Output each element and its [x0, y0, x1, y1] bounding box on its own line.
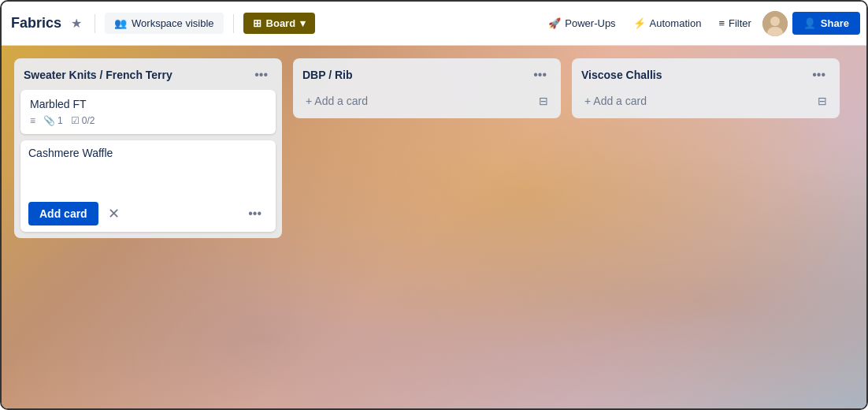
card-marbled-ft[interactable]: Marbled FT ≡ 📎 1 ☑ 0/2	[20, 90, 276, 134]
column-title-1: Sweater Knits / French Terry	[24, 69, 172, 81]
column-content-1: Marbled FT ≡ 📎 1 ☑ 0/2	[14, 90, 282, 238]
filter-button[interactable]: ≡ Filter	[712, 13, 757, 34]
template-icon-2: ⊟	[539, 95, 548, 107]
power-ups-button[interactable]: 🚀 Power-Ups	[542, 13, 621, 34]
checklist-value: 0/2	[82, 115, 95, 126]
add-card-label-2: + Add a card	[306, 95, 368, 107]
card-checklist: ☑ 0/2	[71, 115, 95, 126]
column-menu-button-2[interactable]: •••	[529, 66, 551, 84]
user-avatar[interactable]	[762, 11, 788, 36]
automation-label: Automation	[650, 17, 702, 29]
column-content-3: + Add a card ⊟	[572, 90, 840, 118]
svg-point-1	[770, 17, 780, 26]
nav-right: 🚀 Power-Ups ⚡ Automation ≡ Filter	[542, 11, 860, 36]
card-attachment: 📎 1	[43, 115, 63, 126]
board-view-button[interactable]: ⊞ Board ▾	[243, 13, 316, 34]
board-columns: Sweater Knits / French Terry ••• Marbled…	[2, 46, 868, 410]
add-card-more-button[interactable]: •••	[242, 203, 268, 224]
column-menu-button-1[interactable]: •••	[250, 66, 273, 84]
board-area: Sweater Knits / French Terry ••• Marbled…	[2, 46, 868, 410]
column-viscose-challis: Viscose Challis ••• + Add a card ⊟	[572, 58, 840, 118]
share-button[interactable]: 👤 Share	[792, 12, 860, 35]
workspace-label: Workspace visible	[132, 17, 214, 29]
power-ups-icon: 🚀	[548, 17, 561, 29]
nav-divider-1	[95, 14, 95, 33]
add-card-actions: Add card ✕ •••	[28, 202, 268, 226]
attachment-icon: 📎	[43, 115, 55, 126]
share-label: Share	[821, 17, 849, 29]
template-icon-3: ⊟	[818, 95, 827, 107]
board-icon: ⊞	[253, 17, 262, 29]
column-title-3: Viscose Challis	[581, 69, 662, 81]
column-sweater-knits: Sweater Knits / French Terry ••• Marbled…	[14, 58, 282, 238]
column-menu-button-3[interactable]: •••	[807, 66, 830, 84]
board-label: Board	[266, 17, 296, 29]
column-content-2: + Add a card ⊟	[293, 90, 561, 118]
filter-icon: ≡	[718, 17, 725, 29]
nav-divider-2	[233, 14, 234, 33]
add-card-label-3: + Add a card	[584, 95, 647, 107]
share-icon: 👤	[803, 17, 816, 29]
description-icon: ≡	[30, 115, 35, 126]
power-ups-label: Power-Ups	[565, 17, 615, 29]
card-desc-icon: ≡	[30, 115, 35, 126]
filter-label: Filter	[729, 17, 751, 29]
star-button[interactable]: ★	[68, 13, 85, 34]
add-card-link-3[interactable]: + Add a card ⊟	[578, 90, 833, 112]
column-header-3: Viscose Challis •••	[572, 58, 840, 90]
column-title-2: DBP / Rib	[302, 69, 353, 81]
add-card-submit-button[interactable]: Add card	[28, 202, 98, 226]
automation-icon: ⚡	[633, 17, 646, 29]
add-card-link-2[interactable]: + Add a card ⊟	[299, 90, 555, 112]
workspace-button[interactable]: 👥 Workspace visible	[105, 13, 224, 34]
workspace-icon: 👥	[114, 17, 127, 29]
top-nav: Fabrics ★ 👥 Workspace visible ⊞ Board ▾ …	[2, 2, 868, 46]
column-header-1: Sweater Knits / French Terry •••	[14, 58, 282, 90]
card-title-marbled-ft: Marbled FT	[30, 98, 266, 110]
cancel-add-card-button[interactable]: ✕	[105, 202, 123, 226]
checklist-icon: ☑	[71, 115, 80, 126]
add-card-textarea[interactable]: Cashmere Waffle	[28, 147, 268, 194]
app-wrapper: Fabrics ★ 👥 Workspace visible ⊞ Board ▾ …	[2, 2, 868, 410]
board-title: Fabrics	[11, 15, 61, 32]
add-card-form: Cashmere Waffle Add card ✕ •••	[20, 140, 276, 232]
column-header-2: DBP / Rib •••	[293, 58, 561, 90]
column-dbp-rib: DBP / Rib ••• + Add a card ⊟	[293, 58, 561, 118]
chevron-down-icon: ▾	[300, 17, 306, 29]
card-meta-marbled-ft: ≡ 📎 1 ☑ 0/2	[30, 115, 266, 126]
attachment-count: 1	[57, 115, 63, 126]
automation-button[interactable]: ⚡ Automation	[627, 13, 708, 34]
